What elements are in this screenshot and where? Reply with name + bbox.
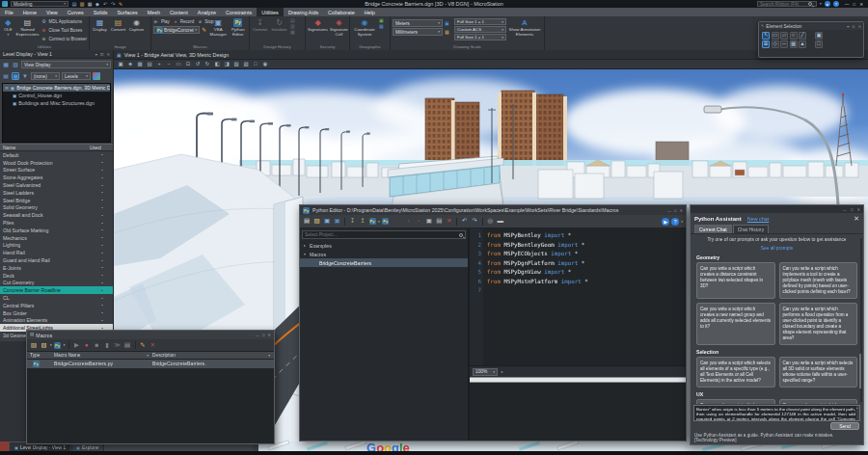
save-icon[interactable]: ▣	[323, 218, 331, 226]
copy-view-icon[interactable]: □	[252, 61, 259, 68]
scroll-left-icon[interactable]: ◂	[501, 370, 502, 374]
level-row[interactable]: Animation Elements•	[0, 317, 113, 325]
ribbon-tab-home[interactable]: Home	[18, 8, 41, 16]
compress-icon[interactable]: ◆	[95, 1, 100, 7]
comment-icon[interactable]: ▬	[497, 218, 504, 226]
new-chat-link[interactable]: New chat	[747, 216, 769, 222]
rotate-view-icon[interactable]: ↺	[194, 61, 202, 68]
geo-map-icon[interactable]: ▦	[379, 24, 384, 29]
dialog-options-icon[interactable]: ▾	[847, 24, 849, 29]
presentation-icon[interactable]: ◈	[126, 61, 134, 68]
tree-item[interactable]: ⊞▣Bridge Concrete Barriers.dgn, 3D Metri…	[3, 84, 110, 92]
close-icon[interactable]: ✕	[679, 208, 683, 213]
ole-button[interactable]: ◆OLE▾	[2, 17, 14, 38]
breakpoint2-icon[interactable]: ◦	[415, 218, 422, 226]
assistant-close-icon[interactable]: ✕	[854, 215, 859, 223]
panel-options-icon[interactable]: ▾	[95, 52, 97, 57]
input-scrollbar[interactable]	[856, 406, 859, 420]
redo-icon[interactable]: ↷	[471, 218, 478, 226]
restore-icon[interactable]: □	[674, 208, 677, 213]
ribbon-search[interactable]	[757, 1, 817, 8]
record-icon[interactable]: ●	[83, 341, 91, 349]
master-unit-dropdown[interactable]: Meters▾	[393, 19, 443, 27]
level-table-header[interactable]: Name Used	[0, 144, 113, 151]
zoom-dropdown[interactable]: 100%▾	[473, 368, 498, 376]
project-search[interactable]	[302, 230, 466, 239]
level-row[interactable]: Wood Dock Protection•	[0, 159, 113, 167]
stop-icon[interactable]: ■	[94, 341, 101, 349]
code-editor[interactable]: 1234567 from MSPyBentley import *from MS…	[470, 228, 686, 365]
view-display-mode-icon[interactable]: ▣	[117, 61, 124, 68]
new-file-icon[interactable]: ▤	[303, 218, 311, 226]
minimize-icon[interactable]: —	[843, 207, 847, 212]
ribbon-tab-view[interactable]: View	[41, 8, 63, 16]
help-icon[interactable]: ?	[833, 1, 839, 7]
selection-set-icon[interactable]: □	[815, 40, 823, 48]
mode-select-all-icon[interactable]: ▲	[799, 40, 806, 48]
level-row[interactable]: Default•	[0, 151, 113, 159]
panel-close-icon[interactable]: ✕	[106, 52, 110, 57]
level-row[interactable]: Mechanics•	[0, 234, 113, 242]
view-titlebar[interactable]: ▣ View 1 - Bridge Aerial View, 3D Metric…	[114, 50, 868, 60]
level-row[interactable]: Deck•	[0, 272, 113, 280]
export-icon[interactable]: ↥	[359, 218, 366, 226]
step-icon[interactable]: ≫	[114, 341, 122, 349]
column-name[interactable]: Name	[0, 145, 90, 150]
save-icon[interactable]: ▤	[71, 1, 77, 7]
ribbon-tab-surfaces[interactable]: Surfaces	[112, 8, 142, 16]
element-selection-titlebar[interactable]: ↖ Element Selection ▾⊙✕	[759, 22, 863, 30]
console-output[interactable]	[470, 383, 686, 441]
edit-icon[interactable]: ✎	[139, 341, 147, 349]
acs-dropdown[interactable]: Custom ACS▾	[454, 26, 506, 33]
python-file-icon[interactable]: Py	[382, 218, 389, 225]
tree-item[interactable]: ▣Control_House.dgn	[3, 92, 110, 99]
new-macro-icon[interactable]: ▧	[41, 341, 48, 349]
view-previous-icon[interactable]: ◉	[261, 61, 269, 68]
save-all-icon[interactable]: ▣	[334, 218, 341, 226]
macros-table-header[interactable]: Type Macro Name▼ Description▼	[27, 352, 274, 360]
column-used[interactable]: Used	[90, 145, 113, 150]
scale-dropdown[interactable]: Full Size 1 = 1▾	[454, 18, 506, 25]
dialog-close-icon[interactable]: ✕	[858, 24, 861, 29]
print-icon[interactable]: ▦	[87, 1, 93, 7]
level-row[interactable]: Solid Geometry•	[0, 204, 113, 212]
close-tool-boxes-button[interactable]: ⊗Close Tool Boxes	[41, 26, 87, 34]
change-level-icon[interactable]: ▦	[2, 61, 10, 68]
paste-icon[interactable]: ▣	[425, 218, 433, 226]
level-row[interactable]: Stone Aggregates•	[0, 174, 113, 181]
search-options-icon[interactable]: ▾	[820, 2, 822, 6]
restore-icon[interactable]: □	[262, 333, 265, 337]
prompt-card[interactable]: Can you write a script which selects all…	[779, 357, 858, 388]
tab-chat-history[interactable]: Chat History	[733, 225, 770, 233]
window-area-icon[interactable]: ▭	[175, 61, 182, 68]
expand-icon[interactable]: ▸	[304, 243, 308, 248]
signatures-button[interactable]: ◆Signatures	[308, 17, 328, 33]
prompt-card[interactable]: Can you write a script which creates a d…	[696, 262, 775, 299]
redo-icon[interactable]: ↷	[110, 1, 116, 7]
level-row[interactable]: Guard and Hand Rail•	[0, 256, 113, 264]
select-project-input[interactable]	[305, 232, 459, 237]
workflow-dropdown[interactable]: Modeling▾	[11, 1, 68, 8]
level-row[interactable]: Old Surface Marking•	[0, 227, 113, 234]
filter-icon[interactable]: ▼	[21, 72, 29, 80]
assistant-scrollbar[interactable]	[860, 238, 863, 402]
zoom-out-icon[interactable]: −	[165, 61, 173, 68]
level-row[interactable]: Steel Ladders•	[0, 189, 113, 197]
ribbon-tab-help[interactable]: Help	[360, 8, 380, 16]
method-shape-icon[interactable]: ▱	[780, 32, 788, 40]
undo-icon[interactable]: ↶	[461, 218, 469, 226]
macro-row[interactable]: PyBridgeConcreteBarriers.pyBridgeConcret…	[27, 360, 274, 368]
ribbon-tab-curves[interactable]: Curves	[63, 8, 89, 16]
mdl-applications-button[interactable]: ⚙MDL Applications	[41, 17, 87, 25]
copy-icon[interactable]: ▤	[435, 218, 443, 226]
commit-button[interactable]: ↧Commit	[252, 17, 268, 33]
ribbon-tab-utilities[interactable]: Utilities	[257, 8, 283, 16]
level-row[interactable]: Cut Geometry•	[0, 280, 113, 287]
undo-icon[interactable]: ↶	[102, 1, 108, 7]
level-row[interactable]: Central Pillars•	[0, 302, 113, 309]
level-row[interactable]: CL•	[0, 294, 113, 302]
user-avatar[interactable]: ●	[825, 1, 830, 7]
search-input[interactable]	[760, 2, 806, 7]
coordinate-system-button[interactable]: ◉Coordinate System	[352, 17, 377, 38]
project-tree-item[interactable]: ▸Examples	[300, 241, 468, 250]
